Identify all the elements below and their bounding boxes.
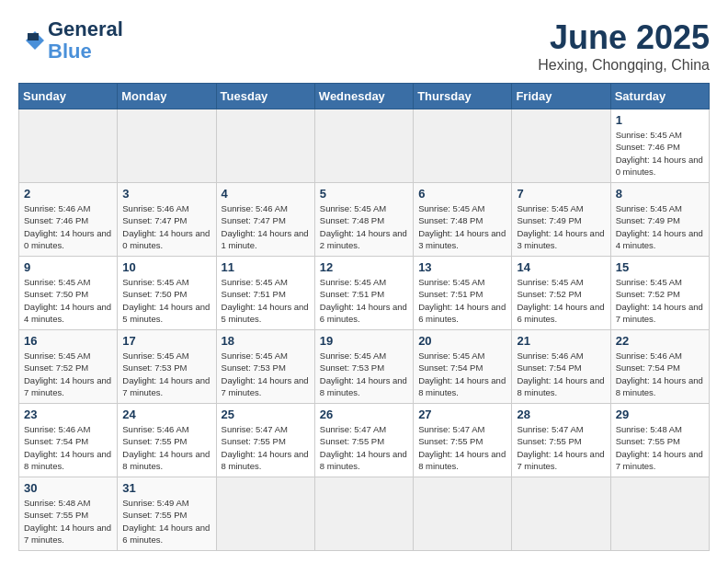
day-number: 20 (418, 334, 506, 348)
day-cell (216, 109, 314, 183)
day-number: 15 (616, 260, 704, 274)
day-cell: 2Sunrise: 5:46 AMSunset: 7:46 PMDaylight… (19, 183, 118, 257)
day-number: 28 (517, 408, 605, 421)
week-row-5: 30Sunrise: 5:48 AMSunset: 7:55 PMDayligh… (19, 477, 710, 551)
day-cell (118, 109, 216, 183)
day-info: Sunrise: 5:45 AMSunset: 7:52 PMDaylight:… (616, 276, 704, 325)
day-info: Sunrise: 5:48 AMSunset: 7:55 PMDaylight:… (616, 423, 704, 472)
day-number: 22 (616, 334, 704, 348)
week-row-1: 2Sunrise: 5:46 AMSunset: 7:46 PMDaylight… (19, 183, 710, 257)
day-info: Sunrise: 5:45 AMSunset: 7:51 PMDaylight:… (222, 276, 310, 325)
day-number: 8 (616, 187, 704, 201)
day-number: 4 (222, 187, 310, 201)
day-info: Sunrise: 5:46 AMSunset: 7:54 PMDaylight:… (24, 423, 112, 472)
day-number: 12 (320, 260, 408, 274)
day-info: Sunrise: 5:46 AMSunset: 7:54 PMDaylight:… (616, 350, 704, 398)
day-info: Sunrise: 5:45 AMSunset: 7:51 PMDaylight:… (418, 276, 506, 325)
day-number: 9 (24, 260, 112, 274)
day-cell: 10Sunrise: 5:45 AMSunset: 7:50 PMDayligh… (118, 257, 216, 330)
day-number: 10 (122, 260, 210, 274)
day-number: 16 (24, 334, 112, 348)
day-number: 29 (616, 408, 704, 421)
day-cell: 19Sunrise: 5:45 AMSunset: 7:53 PMDayligh… (314, 330, 413, 404)
day-info: Sunrise: 5:45 AMSunset: 7:53 PMDaylight:… (320, 350, 408, 398)
weekday-saturday: Saturday (610, 84, 709, 109)
week-row-3: 16Sunrise: 5:45 AMSunset: 7:52 PMDayligh… (19, 330, 710, 404)
day-number: 5 (320, 187, 408, 201)
day-info: Sunrise: 5:45 AMSunset: 7:50 PMDaylight:… (122, 276, 210, 325)
day-cell: 28Sunrise: 5:47 AMSunset: 7:55 PMDayligh… (512, 404, 610, 477)
day-cell (512, 477, 610, 551)
day-number: 11 (222, 260, 310, 274)
day-number: 2 (24, 187, 112, 201)
day-info: Sunrise: 5:45 AMSunset: 7:54 PMDaylight:… (418, 350, 506, 398)
day-cell: 30Sunrise: 5:48 AMSunset: 7:55 PMDayligh… (19, 477, 118, 551)
day-cell: 5Sunrise: 5:45 AMSunset: 7:48 PMDaylight… (314, 183, 413, 257)
day-cell: 26Sunrise: 5:47 AMSunset: 7:55 PMDayligh… (314, 404, 413, 477)
day-number: 19 (320, 334, 408, 348)
day-info: Sunrise: 5:45 AMSunset: 7:53 PMDaylight:… (222, 350, 310, 398)
day-number: 17 (122, 334, 210, 348)
day-info: Sunrise: 5:47 AMSunset: 7:55 PMDaylight:… (517, 423, 605, 472)
day-number: 24 (122, 408, 210, 421)
weekday-friday: Friday (512, 84, 610, 109)
day-cell: 11Sunrise: 5:45 AMSunset: 7:51 PMDayligh… (216, 257, 314, 330)
day-number: 31 (122, 481, 210, 495)
day-number: 1 (616, 113, 704, 127)
day-number: 18 (222, 334, 310, 348)
day-cell: 24Sunrise: 5:46 AMSunset: 7:55 PMDayligh… (118, 404, 216, 477)
day-cell: 25Sunrise: 5:47 AMSunset: 7:55 PMDayligh… (216, 404, 314, 477)
day-cell: 23Sunrise: 5:46 AMSunset: 7:54 PMDayligh… (19, 404, 118, 477)
day-info: Sunrise: 5:47 AMSunset: 7:55 PMDaylight:… (222, 423, 310, 472)
page-header: General Blue June 2025 Hexing, Chongqing… (18, 18, 710, 74)
day-cell: 8Sunrise: 5:45 AMSunset: 7:49 PMDaylight… (610, 183, 709, 257)
title-area: June 2025 Hexing, Chongqing, China (538, 18, 710, 74)
day-cell (314, 477, 413, 551)
day-number: 23 (24, 408, 112, 421)
day-cell: 31Sunrise: 5:49 AMSunset: 7:55 PMDayligh… (118, 477, 216, 551)
week-row-2: 9Sunrise: 5:45 AMSunset: 7:50 PMDaylight… (19, 257, 710, 330)
day-cell: 27Sunrise: 5:47 AMSunset: 7:55 PMDayligh… (414, 404, 512, 477)
day-cell: 22Sunrise: 5:46 AMSunset: 7:54 PMDayligh… (610, 330, 709, 404)
logo: General Blue (18, 18, 123, 63)
weekday-tuesday: Tuesday (216, 84, 314, 109)
day-cell: 13Sunrise: 5:45 AMSunset: 7:51 PMDayligh… (414, 257, 512, 330)
day-cell: 16Sunrise: 5:45 AMSunset: 7:52 PMDayligh… (19, 330, 118, 404)
day-cell (216, 477, 314, 551)
weekday-header-row: SundayMondayTuesdayWednesdayThursdayFrid… (19, 84, 710, 109)
svg-marker-2 (28, 33, 39, 40)
day-cell: 15Sunrise: 5:45 AMSunset: 7:52 PMDayligh… (610, 257, 709, 330)
day-cell: 29Sunrise: 5:48 AMSunset: 7:55 PMDayligh… (610, 404, 709, 477)
day-number: 26 (320, 408, 408, 421)
day-info: Sunrise: 5:45 AMSunset: 7:53 PMDaylight:… (122, 350, 210, 398)
day-info: Sunrise: 5:46 AMSunset: 7:46 PMDaylight:… (24, 202, 112, 251)
day-info: Sunrise: 5:45 AMSunset: 7:50 PMDaylight:… (24, 276, 112, 325)
day-cell: 4Sunrise: 5:46 AMSunset: 7:47 PMDaylight… (216, 183, 314, 257)
day-number: 7 (517, 187, 605, 201)
calendar-table: SundayMondayTuesdayWednesdayThursdayFrid… (18, 83, 710, 551)
day-info: Sunrise: 5:49 AMSunset: 7:55 PMDaylight:… (122, 497, 210, 546)
day-cell: 17Sunrise: 5:45 AMSunset: 7:53 PMDayligh… (118, 330, 216, 404)
day-info: Sunrise: 5:47 AMSunset: 7:55 PMDaylight:… (418, 423, 506, 472)
day-cell: 6Sunrise: 5:45 AMSunset: 7:48 PMDaylight… (414, 183, 512, 257)
day-cell: 18Sunrise: 5:45 AMSunset: 7:53 PMDayligh… (216, 330, 314, 404)
day-number: 25 (222, 408, 310, 421)
day-cell (414, 109, 512, 183)
day-cell: 21Sunrise: 5:46 AMSunset: 7:54 PMDayligh… (512, 330, 610, 404)
month-title: June 2025 (538, 18, 710, 57)
day-info: Sunrise: 5:45 AMSunset: 7:49 PMDaylight:… (616, 202, 704, 251)
day-cell: 20Sunrise: 5:45 AMSunset: 7:54 PMDayligh… (414, 330, 512, 404)
logo-line2: Blue (48, 40, 92, 63)
day-number: 30 (24, 481, 112, 495)
day-info: Sunrise: 5:45 AMSunset: 7:48 PMDaylight:… (418, 202, 506, 251)
day-number: 6 (418, 187, 506, 201)
week-row-0: 1Sunrise: 5:45 AMSunset: 7:46 PMDaylight… (19, 109, 710, 183)
weekday-thursday: Thursday (414, 84, 512, 109)
day-info: Sunrise: 5:47 AMSunset: 7:55 PMDaylight:… (320, 423, 408, 472)
day-info: Sunrise: 5:46 AMSunset: 7:47 PMDaylight:… (122, 202, 210, 251)
location-title: Hexing, Chongqing, China (538, 57, 710, 74)
day-cell (414, 477, 512, 551)
day-cell: 14Sunrise: 5:45 AMSunset: 7:52 PMDayligh… (512, 257, 610, 330)
weekday-sunday: Sunday (19, 84, 118, 109)
day-cell (610, 477, 709, 551)
